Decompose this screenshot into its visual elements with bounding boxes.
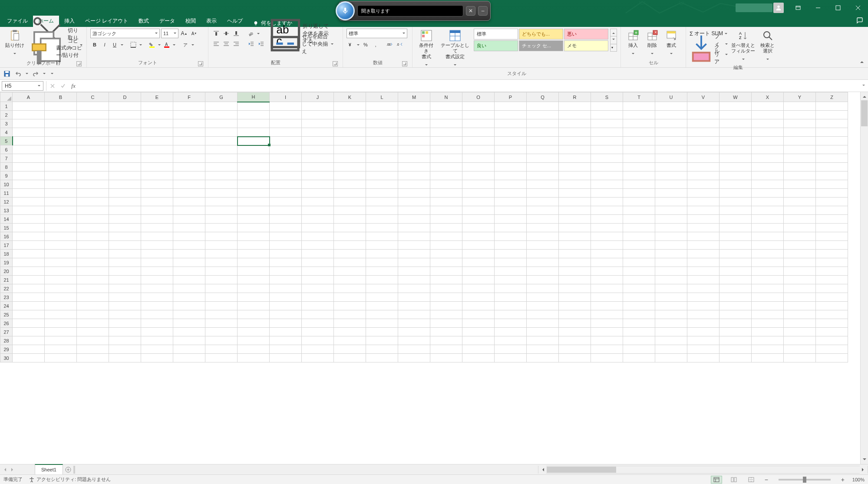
cell-F18[interactable] bbox=[173, 250, 205, 258]
cell-S19[interactable] bbox=[591, 258, 623, 267]
cell-C19[interactable] bbox=[77, 258, 109, 267]
cell-M20[interactable] bbox=[398, 267, 430, 276]
cell-M14[interactable] bbox=[398, 215, 430, 224]
cell-P21[interactable] bbox=[495, 276, 527, 284]
cell-R28[interactable] bbox=[559, 336, 591, 345]
cell-X28[interactable] bbox=[752, 336, 784, 345]
cell-O14[interactable] bbox=[462, 215, 495, 224]
cell-G4[interactable] bbox=[205, 128, 238, 137]
cell-E4[interactable] bbox=[141, 128, 173, 137]
cell-I13[interactable] bbox=[270, 206, 302, 215]
cell-K21[interactable] bbox=[334, 276, 366, 284]
cell-W11[interactable] bbox=[719, 189, 752, 198]
cell-X14[interactable] bbox=[752, 215, 784, 224]
row-header-6[interactable]: 6 bbox=[0, 145, 13, 154]
cell-N7[interactable] bbox=[430, 154, 462, 163]
cell-Z16[interactable] bbox=[816, 232, 848, 241]
column-header-S[interactable]: S bbox=[591, 92, 623, 102]
cell-X4[interactable] bbox=[752, 128, 784, 137]
cell-I21[interactable] bbox=[270, 276, 302, 284]
cell-X7[interactable] bbox=[752, 154, 784, 163]
cell-Q8[interactable] bbox=[527, 163, 559, 171]
cell-H26[interactable] bbox=[238, 319, 270, 328]
cell-V9[interactable] bbox=[687, 171, 719, 180]
cell-K3[interactable] bbox=[334, 119, 366, 128]
cell-Y27[interactable] bbox=[784, 328, 816, 336]
cell-F4[interactable] bbox=[173, 128, 205, 137]
cell-O8[interactable] bbox=[462, 163, 495, 171]
cell-M5[interactable] bbox=[398, 137, 430, 145]
cell-J19[interactable] bbox=[302, 258, 334, 267]
cell-S22[interactable] bbox=[591, 284, 623, 293]
cell-G18[interactable] bbox=[205, 250, 238, 258]
cell-X23[interactable] bbox=[752, 293, 784, 302]
cell-I1[interactable] bbox=[270, 102, 302, 111]
cell-G30[interactable] bbox=[205, 354, 238, 362]
cell-O26[interactable] bbox=[462, 319, 495, 328]
cell-N17[interactable] bbox=[430, 241, 462, 250]
cell-I19[interactable] bbox=[270, 258, 302, 267]
cell-J3[interactable] bbox=[302, 119, 334, 128]
cell-W22[interactable] bbox=[719, 284, 752, 293]
cell-Z12[interactable] bbox=[816, 198, 848, 206]
cell-Z3[interactable] bbox=[816, 119, 848, 128]
cell-F11[interactable] bbox=[173, 189, 205, 198]
row-header-21[interactable]: 21 bbox=[0, 276, 13, 284]
cell-C21[interactable] bbox=[77, 276, 109, 284]
cell-F27[interactable] bbox=[173, 328, 205, 336]
cell-T6[interactable] bbox=[623, 145, 655, 154]
cell-P4[interactable] bbox=[495, 128, 527, 137]
cell-B15[interactable] bbox=[45, 224, 77, 232]
cell-V1[interactable] bbox=[687, 102, 719, 111]
formula-input[interactable] bbox=[79, 81, 859, 91]
cell-N10[interactable] bbox=[430, 180, 462, 189]
cell-N11[interactable] bbox=[430, 189, 462, 198]
number-launcher[interactable] bbox=[402, 61, 407, 66]
cell-K12[interactable] bbox=[334, 198, 366, 206]
cell-O20[interactable] bbox=[462, 267, 495, 276]
cell-C25[interactable] bbox=[77, 310, 109, 319]
cell-E13[interactable] bbox=[141, 206, 173, 215]
cell-N16[interactable] bbox=[430, 232, 462, 241]
column-header-C[interactable]: C bbox=[77, 92, 109, 102]
cell-A18[interactable] bbox=[13, 250, 45, 258]
cell-S11[interactable] bbox=[591, 189, 623, 198]
cell-N14[interactable] bbox=[430, 215, 462, 224]
cell-Q23[interactable] bbox=[527, 293, 559, 302]
cell-A2[interactable] bbox=[13, 111, 45, 119]
cell-J22[interactable] bbox=[302, 284, 334, 293]
cell-N2[interactable] bbox=[430, 111, 462, 119]
row-header-29[interactable]: 29 bbox=[0, 345, 13, 354]
cell-V11[interactable] bbox=[687, 189, 719, 198]
cell-O13[interactable] bbox=[462, 206, 495, 215]
cell-U25[interactable] bbox=[655, 310, 687, 319]
cell-W15[interactable] bbox=[719, 224, 752, 232]
redo-dropdown[interactable] bbox=[43, 69, 46, 78]
cell-W16[interactable] bbox=[719, 232, 752, 241]
cell-R15[interactable] bbox=[559, 224, 591, 232]
cell-W5[interactable] bbox=[719, 137, 752, 145]
cell-M8[interactable] bbox=[398, 163, 430, 171]
cell-U7[interactable] bbox=[655, 154, 687, 163]
alignment-launcher[interactable] bbox=[333, 61, 338, 66]
cell-L3[interactable] bbox=[366, 119, 398, 128]
cell-H10[interactable] bbox=[238, 180, 270, 189]
cell-P17[interactable] bbox=[495, 241, 527, 250]
cell-U23[interactable] bbox=[655, 293, 687, 302]
cell-M22[interactable] bbox=[398, 284, 430, 293]
cell-K19[interactable] bbox=[334, 258, 366, 267]
cell-A28[interactable] bbox=[13, 336, 45, 345]
cell-O22[interactable] bbox=[462, 284, 495, 293]
cell-Y21[interactable] bbox=[784, 276, 816, 284]
cell-K6[interactable] bbox=[334, 145, 366, 154]
cell-I11[interactable] bbox=[270, 189, 302, 198]
column-header-Z[interactable]: Z bbox=[816, 92, 848, 102]
redo-button[interactable] bbox=[31, 69, 40, 78]
microphone-icon[interactable] bbox=[336, 1, 355, 20]
column-header-W[interactable]: W bbox=[719, 92, 752, 102]
cell-V7[interactable] bbox=[687, 154, 719, 163]
align-middle-button[interactable] bbox=[222, 29, 231, 38]
orientation-dropdown[interactable] bbox=[257, 29, 260, 38]
column-header-U[interactable]: U bbox=[655, 92, 687, 102]
cell-S2[interactable] bbox=[591, 111, 623, 119]
